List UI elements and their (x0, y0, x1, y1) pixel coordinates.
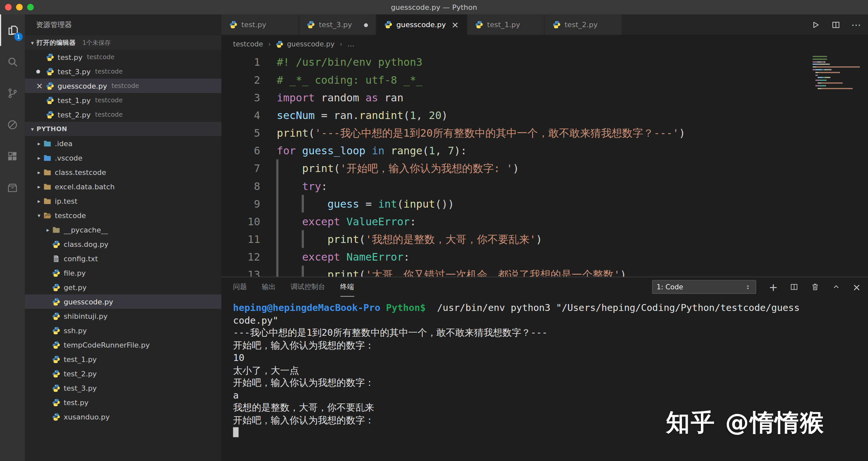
close-icon[interactable]: × (36, 82, 46, 90)
open-editors-header[interactable]: ▾ 打开的编辑器 1个未保存 (25, 35, 221, 50)
tree-item-class.testcode[interactable]: ▸class.testcode (25, 165, 221, 179)
tree-item-ip.test[interactable]: ▸ip.test (25, 194, 221, 208)
line-number[interactable]: 6 (221, 141, 277, 159)
split-editor-icon[interactable] (831, 20, 841, 29)
line-number[interactable]: 5 (221, 124, 277, 141)
tree-item-test_3.py[interactable]: test_3.py (25, 381, 221, 395)
breadcrumb-item[interactable]: … (347, 40, 354, 48)
tree-item-test_2.py[interactable]: test_2.py (25, 366, 221, 381)
activity-debug-icon[interactable] (0, 109, 25, 140)
chevron-separator-icon: › (339, 40, 342, 48)
split-panel-icon[interactable] (789, 282, 799, 292)
tab-test_1.py[interactable]: test_1.py (467, 14, 545, 35)
folder-icon (43, 139, 51, 147)
close-icon[interactable]: × (852, 283, 861, 291)
breadcrumb: testcode›guesscode.py›… (221, 35, 868, 53)
chevron-up-icon[interactable] (831, 282, 841, 292)
panel-tab-终端[interactable]: 终端 (340, 277, 354, 297)
code-content: #! /usr/bin/env python3# _*_ coding: utf… (277, 53, 807, 276)
breadcrumb-item[interactable]: testcode (233, 40, 263, 48)
tab-guesscode.py[interactable]: guesscode.py× (376, 14, 467, 35)
tab-label: test_3.py (319, 21, 352, 29)
tree-item-file.py[interactable]: file.py (25, 265, 221, 280)
close-icon[interactable]: × (446, 19, 459, 30)
tree-item-test.py[interactable]: test.py (25, 395, 221, 410)
python-file-icon (475, 21, 483, 29)
activity-box-icon[interactable] (0, 172, 25, 203)
line-number[interactable]: 7 (221, 159, 277, 177)
line-number[interactable]: 4 (221, 106, 277, 124)
code-line[interactable]: for guess_loop in range(1, 7): (277, 141, 807, 159)
activity-extensions-icon[interactable] (0, 140, 25, 172)
tab-test_2.py[interactable]: test_2.py (545, 14, 622, 35)
code-line[interactable]: print('大哥，你又错过一次机会，都说了我想的是一个整数') (277, 265, 807, 276)
tree-item-config.txt[interactable]: config.txt (25, 251, 221, 265)
terminal-line: ---我心中想的是1到20所有整数中的其中一个，敢不敢来猜我想数字？--- (233, 327, 868, 339)
activity-search-icon[interactable] (0, 46, 25, 77)
code-line[interactable]: print('开始吧，输入你认为我想的数字: ') (277, 159, 807, 177)
box-icon (6, 182, 19, 194)
tab-test.py[interactable]: test.py (221, 14, 299, 35)
editor[interactable]: 12345678910111213 #! /usr/bin/env python… (221, 53, 868, 276)
tree-item-.idea[interactable]: ▸.idea (25, 136, 221, 151)
chevron-right-icon: ▸ (35, 155, 43, 161)
open-editor-guesscode.py[interactable]: ×guesscode.pytestcode (25, 78, 221, 93)
code-line[interactable]: print('---我心中想的是1到20所有整数中的其中一个，敢不敢来猜我想数字… (277, 124, 807, 141)
tree-item-get.py[interactable]: get.py (25, 280, 221, 294)
tree-item-shibintuji.py[interactable]: shibintuji.py (25, 309, 221, 323)
tree-item-tempCodeRunnerFile.py[interactable]: tempCodeRunnerFile.py (25, 337, 221, 352)
code-line[interactable]: guess = int(input()) (277, 195, 807, 212)
line-number[interactable]: 12 (221, 248, 277, 265)
tree-item-testcode[interactable]: ▾testcode (25, 208, 221, 222)
more-icon[interactable]: ⋯ (851, 22, 861, 28)
activity-source-control-icon[interactable] (0, 77, 25, 109)
open-editor-test_1.py[interactable]: test_1.pytestcode (25, 93, 221, 107)
tree-item-excel.data.batch[interactable]: ▸excel.data.batch (25, 179, 221, 194)
tab-label: test_2.py (564, 21, 597, 29)
open-editor-test.py[interactable]: test.pytestcode (25, 50, 221, 64)
code-line[interactable]: # _*_ coding: utf-8 _*_ (277, 71, 807, 89)
open-editor-test_2.py[interactable]: test_2.pytestcode (25, 107, 221, 122)
line-number[interactable]: 13 (221, 265, 277, 276)
tab-test_3.py[interactable]: test_3.py● (299, 14, 376, 35)
tree-item-guesscode.py[interactable]: guesscode.py (25, 294, 221, 309)
activity-files-icon[interactable]: 1 (0, 14, 25, 46)
code-line[interactable]: except NameError: (277, 248, 807, 265)
tree-item-__pycache__[interactable]: ▸__pycache__ (25, 222, 221, 237)
code-line[interactable]: except ValueError: (277, 212, 807, 230)
line-number[interactable]: 8 (221, 177, 277, 195)
code-line[interactable]: secNum = ran.randint(1, 20) (277, 106, 807, 124)
code-line[interactable]: print('我想的是整数，大哥，你不要乱来') (277, 230, 807, 248)
minimap-line (813, 59, 865, 60)
line-number[interactable]: 11 (221, 230, 277, 248)
plus-icon[interactable]: + (769, 283, 778, 291)
code-line[interactable]: try: (277, 177, 807, 195)
close-window-button[interactable] (5, 4, 11, 10)
line-number[interactable]: 3 (221, 89, 277, 106)
code-line[interactable]: import random as ran (277, 89, 807, 106)
zoom-window-button[interactable] (27, 4, 34, 10)
minimap[interactable] (813, 56, 865, 91)
item-name: get.py (64, 283, 87, 291)
line-number[interactable]: 9 (221, 195, 277, 212)
workspace-header[interactable]: ▾ PYTHON (25, 122, 221, 136)
tree-item-test_1.py[interactable]: test_1.py (25, 352, 221, 366)
code-line[interactable]: #! /usr/bin/env python3 (277, 53, 807, 71)
tree-item-xusanduo.py[interactable]: xusanduo.py (25, 410, 221, 424)
panel-tab-问题[interactable]: 问题 (233, 277, 247, 297)
tree-item-.vscode[interactable]: ▸.vscode (25, 151, 221, 165)
line-number[interactable]: 1 (221, 53, 277, 71)
open-editor-test_3.py[interactable]: ●test_3.pytestcode (25, 64, 221, 78)
panel-tab-输出[interactable]: 输出 (262, 277, 276, 297)
tree-item-ssh.py[interactable]: ssh.py (25, 323, 221, 337)
minimize-window-button[interactable] (16, 4, 23, 10)
run-icon[interactable] (810, 20, 820, 29)
trash-icon[interactable] (810, 282, 820, 292)
tab-label: guesscode.py (396, 21, 446, 29)
terminal-picker[interactable]: 1: Code (652, 280, 756, 294)
panel-tab-调试控制台[interactable]: 调试控制台 (291, 277, 326, 297)
breadcrumb-item[interactable]: guesscode.py (287, 40, 335, 48)
line-number[interactable]: 2 (221, 71, 277, 89)
line-number[interactable]: 10 (221, 212, 277, 230)
tree-item-class.dog.py[interactable]: class.dog.py (25, 237, 221, 251)
